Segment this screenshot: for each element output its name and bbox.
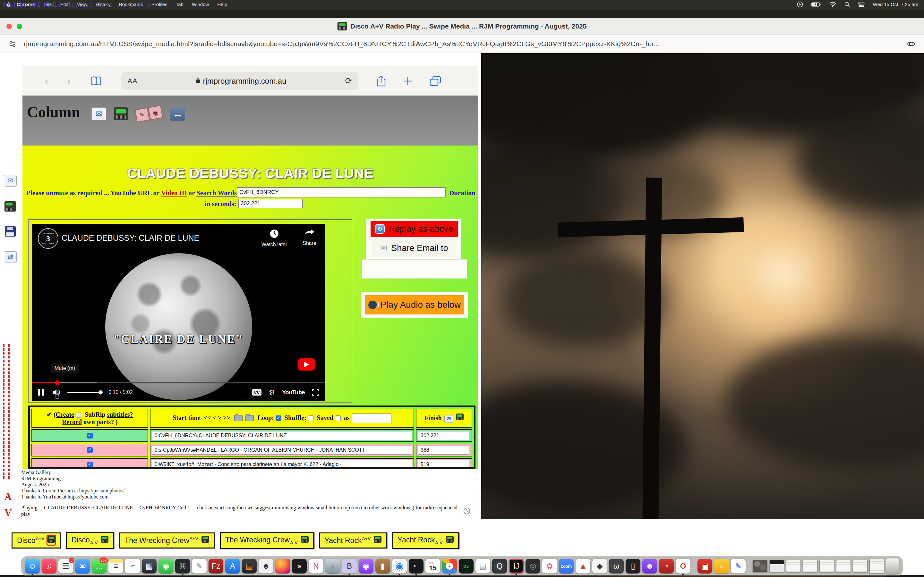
window-titlebar[interactable]: Disco A+V Radio Play ... Swipe Media ...… (0, 18, 924, 35)
minimized-window[interactable] (786, 556, 801, 576)
url-bar[interactable]: rjmprogramming.com.au/HTMLCSS/swipe_medi… (0, 35, 924, 53)
menubar-clock[interactable]: Wed 15 Oct 7:25 am (873, 2, 918, 7)
filezilla[interactable]: Fz (208, 556, 223, 576)
bbedit[interactable]: B (342, 556, 357, 576)
settings-gear-icon[interactable]: ⚙ (268, 388, 275, 396)
playlist-button[interactable]: Yacht RockA-V (392, 532, 459, 549)
loop-checkbox[interactable] (276, 416, 281, 421)
terminal-alt[interactable]: ps (459, 556, 473, 576)
iphone-mirroring[interactable]: ▯ (626, 556, 640, 576)
url-text[interactable]: rjmprogramming.com.au/HTMLCSS/swipe_medi… (24, 40, 660, 48)
zoom-button[interactable] (17, 24, 22, 29)
play-audio-button[interactable]: Play Audio as below (365, 295, 464, 314)
robot-app[interactable]: ☻ (258, 556, 273, 576)
safari-domain[interactable]: rjmprogramming.com.au (137, 77, 345, 85)
youtube-logo-button[interactable] (298, 358, 315, 371)
divider[interactable] (693, 556, 695, 576)
podcasts[interactable]: ◉ (359, 556, 373, 576)
reader-button[interactable]: AA (128, 77, 137, 85)
search-words-link[interactable]: Search Words (196, 189, 237, 197)
bookmarks-icon[interactable] (91, 76, 102, 86)
row-checkbox[interactable] (87, 462, 93, 467)
bulb-app[interactable]: ○ (714, 556, 729, 576)
create-link[interactable]: Create (56, 411, 74, 418)
wifi-icon[interactable] (829, 2, 836, 7)
playlist-button[interactable]: DiscoA+V (11, 532, 61, 548)
minimized-window[interactable] (769, 556, 784, 576)
facetime[interactable]: ◉ (158, 556, 173, 576)
site-settings-icon[interactable] (8, 40, 17, 48)
email-address-input[interactable] (362, 259, 467, 279)
menu-item[interactable]: Window (188, 2, 213, 7)
email-icon[interactable]: ✉ (444, 415, 453, 423)
radio-icon[interactable] (114, 107, 128, 120)
video-id-link[interactable]: Video ID (161, 189, 187, 197)
new-tab-icon[interactable] (403, 76, 413, 86)
white-shape-app[interactable]: ω (609, 556, 624, 576)
graph-app[interactable]: ≈ (125, 556, 140, 576)
minimized-window[interactable] (753, 556, 767, 576)
share-button[interactable]: Share (302, 229, 317, 247)
quicktime[interactable]: Q (492, 556, 507, 576)
volume-button[interactable]: ☝ (52, 388, 61, 396)
seek-arrows[interactable]: << < > >> (204, 414, 230, 421)
zoom[interactable]: zoom (559, 556, 573, 576)
launchpad[interactable]: ▦ (142, 556, 157, 576)
playlist-button[interactable]: The Wrecking CrewA+V (119, 532, 214, 548)
intellij[interactable]: IJ (509, 556, 523, 576)
duration-input[interactable] (238, 199, 303, 208)
playlist-button[interactable]: The Wrecking CrewA-V (220, 532, 314, 549)
divider[interactable] (748, 556, 750, 576)
edit-capture-icons[interactable]: ✎ ◉ (135, 105, 163, 122)
youtube-player[interactable]: CHANNEL 3 YOUTUBE CLAUDE DEBUSSY: CLAIR … (32, 224, 325, 401)
shuffle-icon[interactable]: ⇄ (4, 251, 17, 263)
notes[interactable]: ≡ (108, 556, 123, 576)
track-title-field[interactable]: 0|W5IKT_xue4o#· Mozart · Concierto para … (152, 460, 412, 469)
inkscape[interactable]: ◆ (592, 556, 607, 576)
close-button[interactable] (6, 24, 12, 29)
back-icon[interactable]: ‹ (35, 75, 58, 87)
reminders[interactable]: ☰ 3 (58, 556, 73, 576)
finder[interactable]: ☺ (25, 556, 40, 576)
control-center-icon[interactable] (858, 2, 865, 7)
terminal[interactable]: >_ (409, 556, 423, 576)
textedit[interactable]: ✎ (192, 556, 207, 576)
art-app[interactable]: ✿ (542, 556, 557, 576)
finish-seconds-field[interactable]: 519 (418, 460, 469, 469)
menu-item[interactable]: Help (213, 2, 231, 7)
search-icon[interactable] (845, 2, 850, 7)
minimized-window[interactable] (869, 556, 884, 576)
email-icon[interactable]: ✉ (4, 175, 17, 187)
video-id-input[interactable] (237, 187, 446, 197)
speedtest[interactable]: ◔ (659, 556, 674, 576)
menu-item[interactable]: Tab (172, 2, 188, 7)
minimized-window[interactable] (836, 556, 851, 576)
channel-avatar[interactable]: CHANNEL 3 YOUTUBE (38, 228, 58, 249)
calculator[interactable]: ▤ (242, 556, 257, 576)
share-icon[interactable] (376, 75, 386, 87)
replay-button[interactable]: ↻ Replay as above (371, 221, 458, 237)
pages-app[interactable]: ✎ (731, 556, 746, 576)
row-checkbox[interactable] (87, 433, 93, 438)
pause-button[interactable] (38, 389, 44, 396)
track-title-field[interactable]: 0|CvFH_6DNRCY#CLAUDE DEBUSSY: CLAIR DE L… (152, 431, 412, 440)
volume-slider[interactable] (67, 392, 101, 393)
safari[interactable]: ◉ (392, 556, 407, 576)
playback-icon[interactable] (797, 1, 803, 7)
row-checkbox[interactable] (87, 447, 93, 453)
mail[interactable]: ✉ (75, 556, 90, 576)
forward-icon[interactable]: › (58, 75, 80, 87)
record-link[interactable]: Record (62, 418, 82, 425)
save-icon[interactable] (5, 226, 16, 237)
captions-button[interactable]: CC (252, 389, 262, 396)
radio-icon[interactable] (5, 201, 16, 211)
camera-icon[interactable]: ◉ (148, 105, 163, 120)
dark-utility[interactable]: ⌘ (175, 556, 190, 576)
finish-seconds-field[interactable]: 388 (418, 446, 469, 455)
pencil-icon[interactable]: ✎ (135, 107, 150, 122)
opera[interactable]: O (676, 556, 690, 576)
saved-checkbox[interactable] (335, 416, 341, 421)
playlist-button[interactable]: DiscoA-V (66, 532, 114, 549)
address-book[interactable]: ▮ (375, 556, 390, 576)
trash[interactable] (886, 556, 899, 576)
